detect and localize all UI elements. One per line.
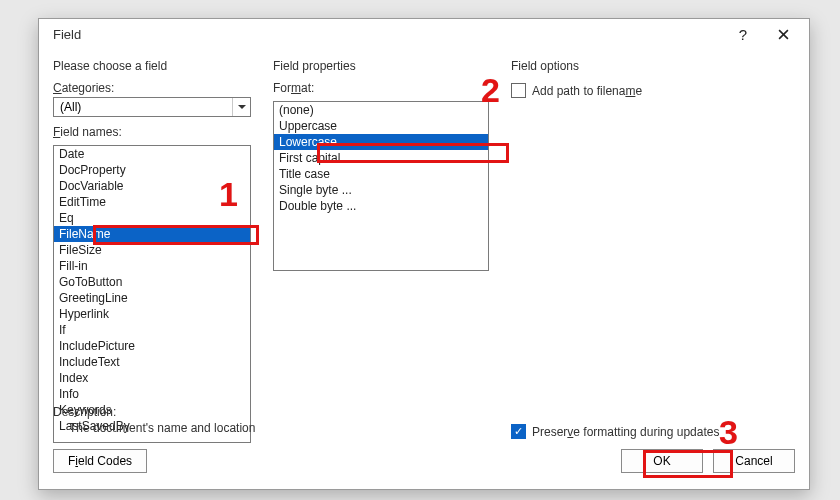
field-name-item[interactable]: EditTime [54,194,250,210]
field-name-item[interactable]: Fill-in [54,258,250,274]
field-name-item[interactable]: Info [54,386,250,402]
field-name-item[interactable]: FileSize [54,242,250,258]
field-name-item[interactable]: DocProperty [54,162,250,178]
choose-field-heading: Please choose a field [53,59,251,73]
format-item[interactable]: First capital [274,150,488,166]
format-listbox[interactable]: (none)UppercaseLowercaseFirst capitalTit… [273,101,489,271]
field-name-item[interactable]: Date [54,146,250,162]
chevron-down-icon [232,98,250,116]
categories-label: Categories: [53,81,251,95]
preserve-label: Preserve formatting during updates [532,425,719,439]
field-properties-section: Field properties Format: (none)Uppercase… [273,59,489,443]
field-options-heading: Field options [511,59,795,73]
add-path-row[interactable]: Add path to filename [511,83,795,98]
field-name-item[interactable]: Eq [54,210,250,226]
format-item[interactable]: Double byte ... [274,198,488,214]
add-path-checkbox[interactable] [511,83,526,98]
close-button[interactable] [763,21,803,47]
field-names-listbox[interactable]: DateDocPropertyDocVariableEditTimeEqFile… [53,145,251,443]
format-item[interactable]: Uppercase [274,118,488,134]
dialog-buttons: Field Codes OK Cancel [53,449,795,473]
field-name-item[interactable]: Hyperlink [54,306,250,322]
format-item[interactable]: (none) [274,102,488,118]
format-item[interactable]: Title case [274,166,488,182]
format-item[interactable]: Lowercase [274,134,488,150]
categories-value: (All) [60,100,81,114]
dialog-title: Field [53,27,81,42]
field-name-item[interactable]: Index [54,370,250,386]
field-name-item[interactable]: GreetingLine [54,290,250,306]
choose-field-section: Please choose a field Categories: (All) … [53,59,251,443]
field-name-item[interactable]: IncludePicture [54,338,250,354]
ok-button[interactable]: OK [621,449,703,473]
cancel-button[interactable]: Cancel [713,449,795,473]
field-name-item[interactable]: GoToButton [54,274,250,290]
field-name-item[interactable]: FileName [54,226,250,242]
field-codes-button[interactable]: Field Codes [53,449,147,473]
field-name-item[interactable]: If [54,322,250,338]
categories-combo[interactable]: (All) [53,97,251,117]
description-label: Description: [53,405,255,419]
field-name-item[interactable]: DocVariable [54,178,250,194]
close-icon [778,29,789,40]
add-path-label: Add path to filename [532,84,642,98]
format-item[interactable]: Single byte ... [274,182,488,198]
field-name-item[interactable]: IncludeText [54,354,250,370]
format-label: Format: [273,81,489,95]
titlebar: Field ? [39,19,809,49]
preserve-row[interactable]: Preserve formatting during updates [511,424,795,439]
description-text: The document's name and location [53,421,255,435]
description-section: Description: The document's name and loc… [53,405,255,435]
preserve-checkbox[interactable] [511,424,526,439]
field-names-label: Field names: [53,125,251,139]
field-properties-heading: Field properties [273,59,489,73]
field-options-section: Field options Add path to filename Prese… [511,59,795,443]
help-button[interactable]: ? [723,21,763,47]
field-dialog: Field ? Please choose a field Categories… [38,18,810,490]
